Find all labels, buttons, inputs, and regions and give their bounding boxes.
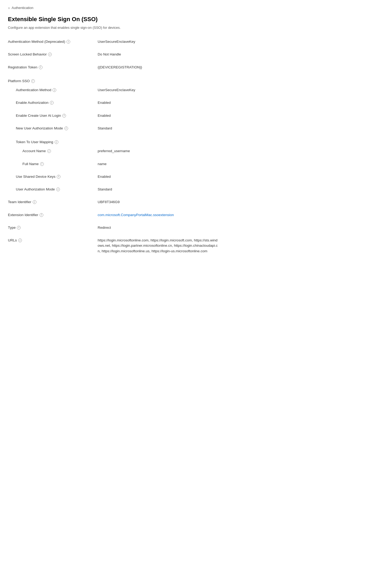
breadcrumb-label: Authentication: [12, 5, 33, 11]
info-icon-platform-sso[interactable]: i: [31, 79, 35, 83]
info-icon-use-shared-device-keys[interactable]: i: [57, 175, 60, 179]
field-label-user-authorization-mode: User Authorization Mode i: [8, 187, 98, 192]
field-value-new-user-authorization-mode: Standard: [98, 126, 219, 131]
field-row-full-name: Full Name i name: [8, 159, 219, 169]
field-row-screen-locked-behavior: Screen Locked Behavior i Do Not Handle: [8, 49, 219, 60]
field-row-registration-token: Registration Token i {{DEVICEREGISTRATIO…: [8, 62, 219, 73]
info-icon-account-name[interactable]: i: [47, 149, 51, 153]
field-label-full-name: Full Name i: [8, 161, 98, 167]
token-to-user-mapping-group-label: Token To User Mapping i: [8, 136, 219, 146]
field-value-enable-create-user-at-login: Enabled: [98, 113, 219, 118]
info-icon-enable-create-user-at-login[interactable]: i: [62, 114, 66, 118]
breadcrumb: ∧ Authentication: [8, 5, 219, 11]
field-value-team-identifier: UBF8T346G9: [98, 199, 219, 205]
field-value-use-shared-device-keys: Enabled: [98, 174, 219, 179]
field-label-new-user-authorization-mode: New User Authorization Mode i: [8, 126, 98, 131]
field-row-urls: URLs i https://login.microsoftonline.com…: [8, 235, 219, 256]
field-row-platform-auth-method: Authentication Method i UserSecureEnclav…: [8, 85, 219, 95]
field-label-team-identifier: Team Identifier i: [8, 199, 98, 205]
page-container: ∧ Authentication Extensible Single Sign …: [0, 0, 227, 267]
field-row-user-authorization-mode: User Authorization Mode i Standard: [8, 184, 219, 195]
info-icon-token-to-user-mapping[interactable]: i: [55, 140, 58, 144]
field-label-enable-create-user-at-login: Enable Create User At Login i: [8, 113, 98, 118]
field-label-extension-identifier: Extension Identifier i: [8, 212, 98, 218]
field-row-enable-create-user-at-login: Enable Create User At Login i Enabled: [8, 110, 219, 121]
field-label-screen-locked-behavior: Screen Locked Behavior i: [8, 52, 98, 57]
field-value-full-name: name: [98, 161, 219, 167]
field-row-new-user-authorization-mode: New User Authorization Mode i Standard: [8, 123, 219, 134]
info-icon-extension-identifier[interactable]: i: [40, 213, 43, 217]
info-icon-team-identifier[interactable]: i: [33, 200, 36, 204]
field-value-urls: https://login.microsoftonline.com, https…: [98, 238, 219, 254]
field-label-urls: URLs i: [8, 238, 98, 243]
field-label-type: Type i: [8, 225, 98, 230]
field-row-team-identifier: Team Identifier i UBF8T346G9: [8, 197, 219, 207]
field-row-auth-method-deprecated: Authentication Method (Deprecated) i Use…: [8, 36, 219, 47]
page-description: Configure an app extension that enables …: [8, 25, 219, 30]
top-fields-group: Authentication Method (Deprecated) i Use…: [8, 36, 219, 73]
field-value-platform-auth-method: UserSecureEnclaveKey: [98, 87, 219, 93]
platform-sso-group-label: Platform SSO i: [8, 75, 219, 85]
page-title: Extensible Single Sign On (SSO): [8, 15, 219, 24]
field-label-account-name: Account Name i: [8, 148, 98, 154]
field-value-account-name: preferred_username: [98, 148, 219, 154]
info-icon-auth-method-deprecated[interactable]: i: [67, 40, 70, 44]
info-icon-platform-auth-method[interactable]: i: [53, 88, 56, 92]
field-row-account-name: Account Name i preferred_username: [8, 146, 219, 156]
field-value-registration-token: {{DEVICEREGISTRATION}}: [98, 65, 219, 70]
field-label-auth-method-deprecated: Authentication Method (Deprecated) i: [8, 39, 98, 44]
field-value-enable-authorization: Enabled: [98, 100, 219, 105]
field-row-extension-identifier: Extension Identifier i com.microsoft.Com…: [8, 210, 219, 220]
field-row-type: Type i Redirect: [8, 222, 219, 233]
field-value-extension-identifier: com.microsoft.CompanyPortalMac.ssoextens…: [98, 212, 219, 218]
info-icon-new-user-authorization-mode[interactable]: i: [64, 127, 68, 130]
info-icon-registration-token[interactable]: i: [39, 66, 42, 69]
field-value-screen-locked-behavior: Do Not Handle: [98, 52, 219, 57]
info-icon-full-name[interactable]: i: [40, 162, 44, 166]
field-label-platform-auth-method: Authentication Method i: [8, 87, 98, 93]
breadcrumb-chevron-icon: ∧: [8, 6, 10, 10]
field-value-auth-method-deprecated: UserSecureEnclaveKey: [98, 39, 219, 44]
info-icon-screen-locked-behavior[interactable]: i: [48, 53, 52, 56]
field-row-use-shared-device-keys: Use Shared Device Keys i Enabled: [8, 171, 219, 182]
bottom-fields-group: Team Identifier i UBF8T346G9 Extension I…: [8, 197, 219, 256]
field-label-enable-authorization: Enable Authorization i: [8, 100, 98, 105]
field-label-use-shared-device-keys: Use Shared Device Keys i: [8, 174, 98, 179]
field-value-type: Redirect: [98, 225, 219, 230]
field-value-user-authorization-mode: Standard: [98, 187, 219, 192]
field-row-enable-authorization: Enable Authorization i Enabled: [8, 97, 219, 108]
field-label-registration-token: Registration Token i: [8, 65, 98, 70]
info-icon-urls[interactable]: i: [18, 239, 22, 242]
info-icon-enable-authorization[interactable]: i: [50, 101, 54, 105]
platform-sso-fields: Authentication Method i UserSecureEnclav…: [8, 85, 219, 195]
info-icon-type[interactable]: i: [17, 226, 21, 230]
info-icon-user-authorization-mode[interactable]: i: [56, 188, 60, 191]
